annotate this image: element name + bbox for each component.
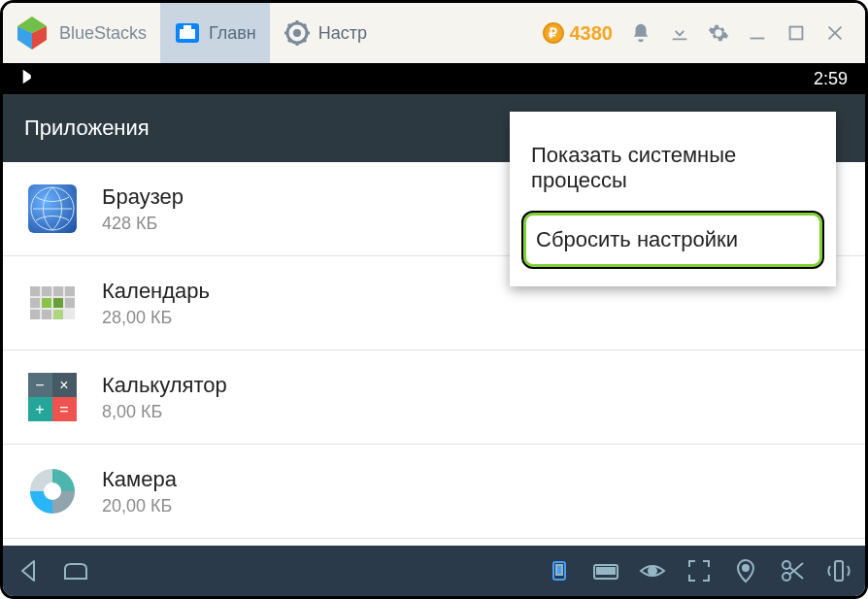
rotate-icon[interactable] <box>545 556 574 585</box>
svg-text:=: = <box>59 401 68 417</box>
back-icon[interactable] <box>15 556 44 585</box>
gear-small-icon[interactable] <box>708 22 729 44</box>
svg-line-12 <box>288 39 291 42</box>
titlebar-right: ₽ 4380 <box>543 22 866 45</box>
calendar-app-icon <box>28 279 77 327</box>
svg-rect-27 <box>53 310 63 319</box>
svg-rect-43 <box>605 568 607 570</box>
svg-rect-44 <box>609 568 611 570</box>
svg-text:−: − <box>35 377 44 393</box>
bluestacks-logo-icon <box>13 14 51 52</box>
svg-point-50 <box>743 565 749 571</box>
menu-reset-settings[interactable]: Сбросить настройки <box>523 213 822 267</box>
bell-icon[interactable] <box>630 22 651 44</box>
svg-point-49 <box>649 567 656 575</box>
android-statusbar: 2:59 <box>3 63 865 94</box>
location-icon[interactable] <box>731 556 760 585</box>
tab-home[interactable]: Главн <box>160 3 270 63</box>
svg-line-10 <box>303 39 306 42</box>
svg-rect-45 <box>613 568 615 570</box>
app-name-label: Календарь <box>102 279 210 304</box>
page-title: Приложения <box>24 116 150 141</box>
home-app-icon <box>174 19 201 47</box>
svg-rect-13 <box>751 38 765 40</box>
coin-balance[interactable]: ₽ 4380 <box>543 22 614 45</box>
svg-rect-18 <box>42 286 51 296</box>
svg-rect-20 <box>65 286 75 296</box>
svg-rect-48 <box>613 572 615 574</box>
app-name-label: Браузер <box>102 184 184 210</box>
app-name-label: Камера <box>102 467 177 492</box>
svg-point-4 <box>293 29 301 37</box>
android-navbar <box>3 546 865 596</box>
minimize-icon[interactable] <box>747 22 768 44</box>
home-icon[interactable] <box>61 556 90 585</box>
tab-home-label: Главн <box>209 23 256 44</box>
svg-rect-26 <box>53 298 63 308</box>
app-size-label: 8,00 КБ <box>102 402 227 422</box>
svg-rect-47 <box>601 572 611 574</box>
app-name-label: Калькулятор <box>102 373 227 398</box>
close-icon[interactable] <box>824 22 846 44</box>
svg-rect-46 <box>597 572 599 574</box>
svg-line-9 <box>288 24 291 27</box>
maximize-icon[interactable] <box>785 22 807 44</box>
play-indicator-icon <box>20 68 38 90</box>
svg-rect-24 <box>42 310 51 319</box>
svg-rect-42 <box>601 568 603 570</box>
app-size-label: 28,00 КБ <box>102 308 210 328</box>
svg-rect-14 <box>790 27 803 40</box>
svg-text:+: + <box>35 401 44 417</box>
list-item[interactable]: − × + = Калькулятор 8,00 КБ <box>3 350 865 445</box>
fullscreen-icon[interactable] <box>684 556 714 585</box>
list-item[interactable]: Камера 20,00 КБ <box>3 445 865 539</box>
app-size-label: 428 КБ <box>102 214 184 234</box>
camera-app-icon <box>28 467 77 516</box>
browser-app-icon <box>28 184 77 233</box>
svg-rect-17 <box>30 286 40 296</box>
app-name: BlueStacks <box>59 23 147 44</box>
gear-icon <box>284 19 311 47</box>
statusbar-time: 2:59 <box>814 69 848 89</box>
svg-rect-19 <box>53 286 63 296</box>
eye-icon[interactable] <box>638 556 667 585</box>
svg-rect-25 <box>42 298 51 308</box>
overflow-menu: Показать системные процессы Сбросить нас… <box>510 112 836 286</box>
shake-icon[interactable] <box>824 556 853 585</box>
menu-show-system-processes[interactable]: Показать системные процессы <box>510 127 836 209</box>
svg-text:×: × <box>59 377 68 393</box>
keyboard-icon[interactable] <box>591 556 620 585</box>
tab-settings[interactable]: Настр <box>270 3 381 63</box>
svg-rect-22 <box>65 298 75 308</box>
scissors-icon[interactable] <box>778 556 807 585</box>
svg-rect-39 <box>556 565 562 575</box>
svg-rect-21 <box>30 298 40 308</box>
svg-rect-1 <box>180 29 195 39</box>
titlebar: BlueStacks Главн Настр ₽ 4380 <box>3 3 865 63</box>
app-size-label: 20,00 КБ <box>102 496 177 516</box>
svg-line-11 <box>303 24 306 27</box>
coin-value: 4380 <box>570 22 614 45</box>
svg-rect-53 <box>835 561 843 581</box>
svg-rect-2 <box>184 25 191 30</box>
svg-point-37 <box>44 483 61 500</box>
svg-rect-23 <box>30 310 40 319</box>
download-icon[interactable] <box>669 22 690 44</box>
window-frame: BlueStacks Главн Настр ₽ 4380 <box>0 0 868 599</box>
calculator-app-icon: − × + = <box>28 373 77 421</box>
tab-settings-label: Настр <box>318 23 367 44</box>
coin-icon: ₽ <box>543 22 564 44</box>
svg-rect-41 <box>597 568 599 570</box>
